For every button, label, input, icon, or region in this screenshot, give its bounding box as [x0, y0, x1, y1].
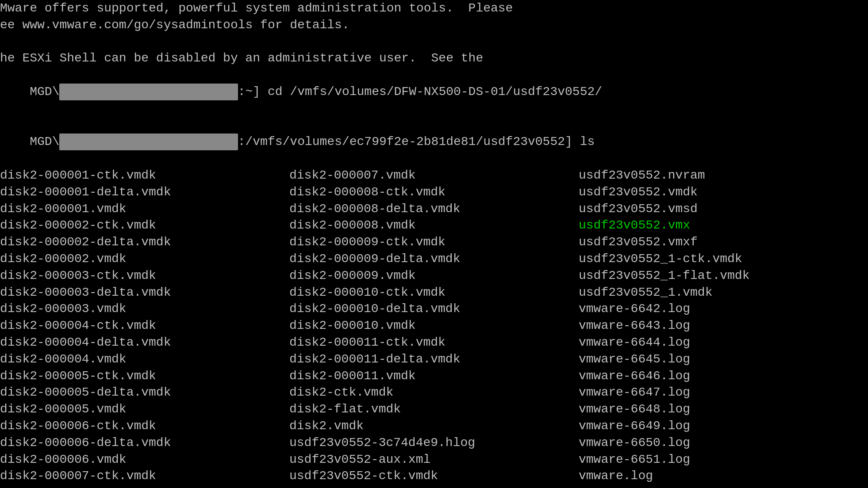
list-item: disk2-000001.vmdk	[0, 201, 289, 217]
list-item: usdf23v0552.vmsd	[579, 201, 868, 217]
cd-cmd: :~] cd /vmfs/volumes/DFW-NX500-DS-01/usd…	[238, 85, 602, 99]
list-item: disk2-000002-ctk.vmdk	[0, 217, 289, 234]
list-item: disk2-000008-delta.vmdk	[289, 201, 579, 217]
header-line4: he ESXi Shell can be disabled by an admi…	[0, 50, 868, 67]
list-item: disk2-000006.vmdk	[0, 451, 289, 468]
file-col-1: disk2-000001-ctk.vmdkdisk2-000001-delta.…	[0, 167, 289, 484]
file-col-3: usdf23v0552.nvramusdf23v0552.vmdkusdf23v…	[579, 167, 868, 484]
list-item: usdf23v0552_1-ctk.vmdk	[579, 251, 868, 267]
list-item: disk2-000010.vmdk	[289, 317, 579, 334]
header-line2: ee www.vmware.com/go/sysadmintools for d…	[0, 17, 868, 34]
list-item: usdf23v0552.vmdk	[579, 184, 868, 201]
list-item: disk2-000006-ctk.vmdk	[0, 418, 289, 435]
list-item: disk2-000005-delta.vmdk	[0, 384, 289, 401]
list-item: usdf23v0552.vmxf	[579, 234, 868, 251]
list-item: disk2-000004-delta.vmdk	[0, 334, 289, 351]
file-listing: disk2-000001-ctk.vmdkdisk2-000001-delta.…	[0, 167, 868, 484]
list-item: disk2-000011-ctk.vmdk	[289, 334, 579, 351]
list-item: disk2-000010-ctk.vmdk	[289, 284, 579, 301]
list-item: disk2-flat.vmdk	[289, 401, 579, 418]
list-item: vmware-6649.log	[579, 418, 868, 435]
list-item: disk2-000007-ctk.vmdk	[0, 468, 289, 484]
list-item: usdf23v0552_1.vmdk	[579, 284, 868, 301]
list-item: disk2-000006-delta.vmdk	[0, 435, 289, 451]
list-item: disk2-000003.vmdk	[0, 301, 289, 317]
list-item: disk2-000002.vmdk	[0, 251, 289, 267]
list-item-vmx: usdf23v0552.vmx	[579, 217, 868, 234]
cd-redacted: ████████████████████████	[59, 84, 238, 100]
list-item: disk2.vmdk	[289, 418, 579, 435]
list-item: disk2-000001-ctk.vmdk	[0, 167, 289, 184]
list-item: disk2-000005.vmdk	[0, 401, 289, 418]
ls-command-line: MGD\████████████████████████:/vmfs/volum…	[0, 117, 868, 167]
ls-prompt: MGD\	[30, 135, 59, 149]
list-item: disk2-ctk.vmdk	[289, 384, 579, 401]
list-item: disk2-000009.vmdk	[289, 267, 579, 284]
list-item: disk2-000004.vmdk	[0, 351, 289, 368]
list-item: vmware-6646.log	[579, 368, 868, 385]
list-item: disk2-000003-delta.vmdk	[0, 284, 289, 301]
list-item: disk2-000008.vmdk	[289, 217, 579, 234]
list-item: vmware-6645.log	[579, 351, 868, 368]
list-item: disk2-000001-delta.vmdk	[0, 184, 289, 201]
list-item: disk2-000009-ctk.vmdk	[289, 234, 579, 251]
list-item: disk2-000011.vmdk	[289, 368, 579, 385]
cat-command-line[interactable]: MGD\████████████████████████:/vmfs/volum…	[0, 484, 868, 488]
list-item: vmware-6648.log	[579, 401, 868, 418]
list-item: usdf23v0552-ctk.vmdk	[289, 468, 579, 484]
list-item: usdf23v0552-aux.xml	[289, 451, 579, 468]
cd-prompt: MGD\	[30, 85, 59, 99]
list-item: disk2-000005-ctk.vmdk	[0, 368, 289, 385]
list-item: disk2-000002-delta.vmdk	[0, 234, 289, 251]
file-col-2: disk2-000007.vmdkdisk2-000008-ctk.vmdkdi…	[289, 167, 579, 484]
list-item: disk2-000003-ctk.vmdk	[0, 267, 289, 284]
list-item: disk2-000007.vmdk	[289, 167, 579, 184]
header-line3	[0, 34, 868, 50]
list-item: disk2-000004-ctk.vmdk	[0, 317, 289, 334]
cd-command-line: MGD\████████████████████████:~] cd /vmfs…	[0, 67, 868, 117]
list-item: disk2-000008-ctk.vmdk	[289, 184, 579, 201]
ls-redacted: ████████████████████████	[59, 133, 238, 150]
list-item: disk2-000010-delta.vmdk	[289, 301, 579, 317]
header-line1: Mware offers supported, powerful system …	[0, 0, 868, 17]
list-item: vmware-6643.log	[579, 317, 868, 334]
list-item: vmware.log	[579, 468, 868, 484]
list-item: vmware-6651.log	[579, 451, 868, 468]
list-item: disk2-000009-delta.vmdk	[289, 251, 579, 267]
list-item: vmware-6647.log	[579, 384, 868, 401]
list-item: disk2-000011-delta.vmdk	[289, 351, 579, 368]
ls-cmd: :/vmfs/volumes/ec799f2e-2b81de81/usdf23v…	[238, 135, 595, 149]
list-item: vmware-6650.log	[579, 435, 868, 451]
list-item: vmware-6644.log	[579, 334, 868, 351]
list-item: vmware-6642.log	[579, 301, 868, 317]
terminal-window: Mware offers supported, powerful system …	[0, 0, 868, 488]
list-item: usdf23v0552-3c74d4e9.hlog	[289, 435, 579, 451]
list-item: usdf23v0552.nvram	[579, 167, 868, 184]
list-item: usdf23v0552_1-flat.vmdk	[579, 267, 868, 284]
